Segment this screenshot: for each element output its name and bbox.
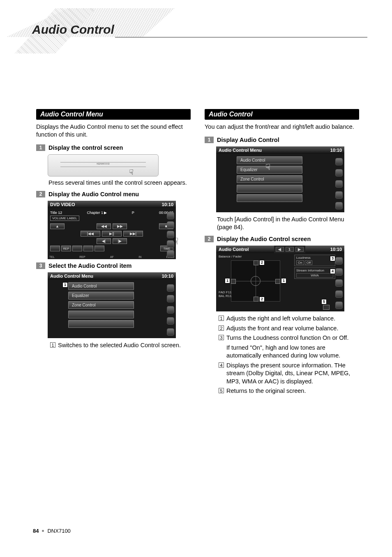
page-number: 84 (33, 528, 39, 534)
stream-info-box: Stream Information WMA (294, 267, 335, 279)
side-icon[interactable] (167, 295, 174, 302)
dvd-rew-button[interactable]: ◀◀ (97, 223, 111, 229)
step-num-3: 3 (36, 262, 45, 269)
box-num: 4 (219, 362, 224, 368)
callout-1-overlay-l: 1 (225, 278, 230, 283)
menu-r1-item-blank: - (237, 194, 302, 202)
ac-header-tabs: ◀ 1 ▶ (274, 246, 305, 253)
hand-icon: ☟ (129, 168, 134, 177)
right-callout-5-text: Returns to the original screen. (226, 387, 306, 395)
balance-fader-pad[interactable]: 2 2 1 1 (231, 260, 280, 302)
side-icon[interactable] (167, 306, 174, 313)
ac-tab-next[interactable]: ▶ (295, 247, 304, 252)
section-title-left: Audio Control Menu (36, 109, 191, 120)
side-icon[interactable] (335, 180, 343, 188)
box-num-1: 1 (50, 342, 55, 348)
menu3-item-audio[interactable]: Audio Control (68, 282, 134, 290)
side-icon[interactable] (167, 284, 174, 292)
step-r1: 1 Display Audio Control (205, 137, 359, 143)
side-icon[interactable] (335, 169, 343, 176)
balance-left-button[interactable] (231, 279, 236, 284)
fad-bal-readout: FAD F11BAL R11 (219, 291, 232, 298)
side-icon[interactable] (335, 268, 343, 276)
ac-tab-1[interactable]: 1 (286, 247, 294, 252)
dvd-play-button[interactable]: ▶|| (102, 231, 122, 237)
menu3-clock: 10:10 (162, 274, 173, 278)
dvd-prev-button[interactable]: |◀◀ (81, 231, 100, 237)
hand-icon: ☟ (173, 236, 178, 247)
side-icon[interactable] (335, 158, 343, 165)
dvd-screenshot: DVD VIDEO 10:10 Title 12 Chapter 1 ▶ P 0… (48, 201, 176, 259)
menu-r1-item-zone[interactable]: Zone Control (237, 175, 302, 183)
step-1: 1 Display the control screen (36, 144, 191, 151)
ac-tab-prev[interactable]: ◀ (276, 247, 284, 252)
step-1-text: Press several times until the control sc… (48, 179, 191, 187)
dvd-small-2[interactable] (72, 246, 82, 251)
footer-dot (42, 530, 44, 532)
dvd-small-3[interactable] (83, 246, 93, 251)
left-column: Audio Control Menu Displays the Audio Co… (36, 109, 191, 397)
dvd-eject-button[interactable]: ▲ (50, 223, 65, 229)
side-icon[interactable] (167, 328, 174, 336)
box-num: 1 (219, 316, 224, 321)
side-icon[interactable] (335, 202, 343, 209)
callout-5-overlay: 5 (321, 299, 327, 304)
faceplate-graphic: KENWOOD ☟ (48, 154, 159, 176)
ac-screenshot: Audio Control ◀ 1 ▶ 10:10 Balance / Fade… (216, 246, 344, 311)
balance-right-button[interactable] (275, 279, 280, 284)
dvd-ff-button[interactable]: ▶▶ (113, 223, 127, 229)
step-num-r2: 2 (205, 236, 214, 242)
page-title: Audio Control (32, 23, 114, 37)
right-callout-2-text: Adjusts the front and rear volume balanc… (226, 325, 338, 333)
right-callout-1-text: Adjusts the right and left volume balanc… (226, 315, 335, 323)
dvd-stepback-button[interactable]: ◀| (97, 238, 111, 244)
side-icon[interactable] (335, 279, 343, 287)
dvd-small-4[interactable] (95, 246, 104, 251)
ac-title: Audio Control (216, 246, 251, 253)
menu-r1-screenshot: Audio Control Menu 10:10 Audio Control E… (216, 146, 344, 212)
side-icon[interactable] (167, 221, 174, 229)
side-icon[interactable] (167, 317, 174, 325)
right-column: Audio Control You can adjust the front/r… (205, 109, 359, 397)
fader-down-button[interactable] (254, 297, 258, 302)
side-icon[interactable] (167, 250, 174, 258)
dvd-foot-in: IN (138, 255, 141, 258)
box-num: 2 (219, 325, 224, 331)
left-callout-1: 1 Switches to the selected Audio Control… (50, 341, 191, 350)
hand-icon: ☟ (265, 162, 270, 172)
side-icon[interactable] (335, 290, 343, 298)
dvd-foot-af: AF (110, 255, 114, 258)
step-title-2: Display the Audio Control menu (48, 191, 139, 197)
fader-up-button[interactable] (254, 260, 258, 265)
menu3-item-zone[interactable]: Zone Control (68, 301, 134, 309)
loudness-on-button[interactable]: On (296, 260, 304, 265)
dvd-rep-button[interactable]: REP (61, 246, 71, 251)
menu3-title: Audio Control Menu (50, 274, 93, 278)
side-icon[interactable] (335, 191, 343, 199)
step-title-3: Select the Audio Control item (48, 262, 131, 269)
side-icon[interactable] (335, 257, 343, 265)
loudness-off-button[interactable]: Off (305, 260, 313, 265)
dvd-small-1[interactable] (50, 246, 60, 251)
side-icon[interactable] (167, 212, 174, 219)
dvd-stepfwd-button[interactable]: |▶ (113, 238, 127, 244)
model-number: DNX7100 (47, 528, 70, 534)
side-icons-menu3 (167, 282, 175, 337)
right-intro: You can adjust the front/rear and right/… (205, 123, 359, 131)
return-button[interactable] (323, 305, 330, 310)
menu3-item-eq[interactable]: Equalizer (68, 292, 134, 299)
step-2: 2 Display the Audio Control menu (36, 191, 191, 197)
right-callout-1: 1 Adjusts the right and left volume bala… (219, 315, 359, 323)
page-footer: 84 DNX7100 (33, 528, 71, 534)
right-callout-3-text: Turns the Loudness control function On o… (226, 334, 348, 342)
menu3-item-blank: - (68, 320, 134, 328)
side-icon[interactable] (335, 302, 343, 309)
menu-r1-clock: 10:10 (330, 148, 342, 153)
right-callout-4-text: Displays the present source information.… (226, 362, 359, 386)
dvd-title-info: Title 12 (50, 211, 62, 215)
left-callout-1-text: Switches to the selected Audio Control s… (58, 341, 181, 350)
side-icons-ac (335, 255, 344, 311)
faceplate-label: KENWOOD (60, 162, 146, 167)
dvd-next-button[interactable]: ▶▶| (123, 231, 143, 237)
box-num: 5 (219, 388, 224, 393)
